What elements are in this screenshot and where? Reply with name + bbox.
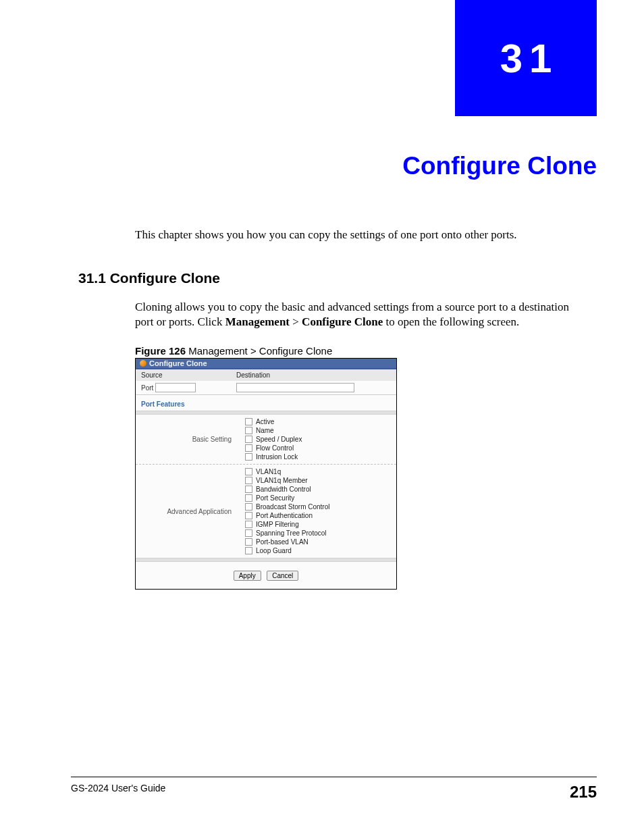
screenshot-button-row: Apply Cancel	[136, 562, 396, 589]
checkbox-icon[interactable]	[245, 547, 252, 554]
basic-setting-block: Basic Setting Active Name Speed / Duplex…	[136, 415, 396, 465]
check-label: Port Authentication	[256, 512, 313, 519]
check-loop-guard: Loop Guard	[245, 546, 395, 555]
check-active: Active	[245, 417, 395, 426]
titlebar-bullet-icon	[140, 360, 146, 367]
screenshot-title-text: Configure Clone	[149, 359, 207, 367]
check-broadcast-storm: Broadcast Storm Control	[245, 502, 395, 511]
checkbox-icon[interactable]	[245, 503, 252, 511]
screenshot-titlebar: Configure Clone	[136, 359, 396, 369]
checkbox-icon[interactable]	[245, 427, 252, 434]
checkbox-icon[interactable]	[245, 486, 252, 493]
check-label: Speed / Duplex	[256, 436, 302, 443]
cancel-button[interactable]: Cancel	[267, 571, 298, 581]
apply-button[interactable]: Apply	[234, 571, 261, 581]
check-vlan1q: VLAN1q	[245, 467, 395, 476]
advanced-application-label: Advanced Application	[136, 465, 244, 558]
chapter-number-box: 31	[455, 0, 597, 116]
check-port-auth: Port Authentication	[245, 511, 395, 520]
check-name: Name	[245, 426, 395, 435]
checkbox-icon[interactable]	[245, 494, 252, 502]
checkbox-icon[interactable]	[245, 521, 252, 528]
check-label: Intrusion Lock	[256, 453, 298, 461]
checkbox-icon[interactable]	[245, 512, 252, 519]
embedded-screenshot: Configure Clone Source Destination Port …	[135, 358, 397, 590]
check-igmp-filtering: IGMP Filtering	[245, 520, 395, 529]
check-stp: Spanning Tree Protocol	[245, 529, 395, 538]
check-label: VLAN1q Member	[256, 477, 308, 484]
figure-caption-text: Management > Configure Clone	[186, 345, 332, 357]
column-header-row: Source Destination	[136, 369, 396, 381]
section-heading: 31.1 Configure Clone	[78, 270, 220, 286]
col-header-destination: Destination	[234, 369, 396, 381]
col-header-source: Source	[136, 369, 234, 381]
check-port-based-vlan: Port-based VLAN	[245, 538, 395, 546]
checkbox-icon[interactable]	[245, 418, 252, 425]
body-text-post: to open the following screen.	[383, 315, 519, 328]
body-bold-1: Management	[225, 315, 290, 328]
advanced-application-list: VLAN1q VLAN1q Member Bandwidth Control P…	[244, 465, 396, 558]
check-label: Bandwidth Control	[256, 486, 311, 493]
checkbox-icon[interactable]	[245, 529, 252, 537]
check-label: VLAN1q	[256, 468, 281, 475]
document-page: 31 Configure Clone This chapter shows yo…	[0, 0, 644, 834]
check-label: Port-based VLAN	[256, 538, 308, 546]
checkbox-icon[interactable]	[245, 444, 252, 452]
checkbox-icon[interactable]	[245, 453, 252, 461]
chapter-number: 31	[500, 35, 559, 82]
footer-guide-name: GS-2024 User's Guide	[71, 783, 165, 793]
source-port-input[interactable]	[155, 383, 196, 392]
checkbox-icon[interactable]	[245, 477, 252, 484]
advanced-application-block: Advanced Application VLAN1q VLAN1q Membe…	[136, 465, 396, 558]
check-label: Broadcast Storm Control	[256, 503, 330, 511]
footer-page-number: 215	[570, 783, 597, 802]
chapter-title: Configure Clone	[402, 152, 597, 180]
body-bold-2: Configure Clone	[302, 315, 383, 328]
check-label: IGMP Filtering	[256, 521, 299, 528]
check-label: Active	[256, 418, 274, 425]
port-row: Port	[136, 381, 396, 395]
port-features-heading: Port Features	[136, 395, 396, 411]
figure-caption: Figure 126 Management > Configure Clone	[135, 345, 332, 357]
check-intrusion-lock: Intrusion Lock	[245, 452, 395, 461]
port-label: Port	[141, 384, 153, 392]
check-flow-control: Flow Control	[245, 444, 395, 452]
checkbox-icon[interactable]	[245, 468, 252, 475]
check-speed-duplex: Speed / Duplex	[245, 435, 395, 444]
check-label: Port Security	[256, 494, 294, 502]
section-body: Cloning allows you to copy the basic and…	[135, 300, 581, 330]
chapter-intro-text: This chapter shows you how you can copy …	[135, 228, 581, 242]
basic-setting-label: Basic Setting	[136, 415, 244, 464]
checkbox-icon[interactable]	[245, 538, 252, 546]
page-footer: GS-2024 User's Guide 215	[71, 777, 597, 802]
check-port-security: Port Security	[245, 494, 395, 502]
check-label: Flow Control	[256, 444, 294, 452]
check-bandwidth-control: Bandwidth Control	[245, 485, 395, 494]
check-label: Spanning Tree Protocol	[256, 529, 327, 537]
checkbox-icon[interactable]	[245, 436, 252, 443]
check-vlan1q-member: VLAN1q Member	[245, 476, 395, 485]
destination-port-input[interactable]	[236, 383, 354, 392]
body-text-mid: >	[290, 315, 302, 328]
figure-label: Figure 126	[135, 345, 186, 357]
basic-setting-list: Active Name Speed / Duplex Flow Control …	[244, 415, 396, 464]
check-label: Loop Guard	[256, 547, 292, 554]
check-label: Name	[256, 427, 274, 434]
